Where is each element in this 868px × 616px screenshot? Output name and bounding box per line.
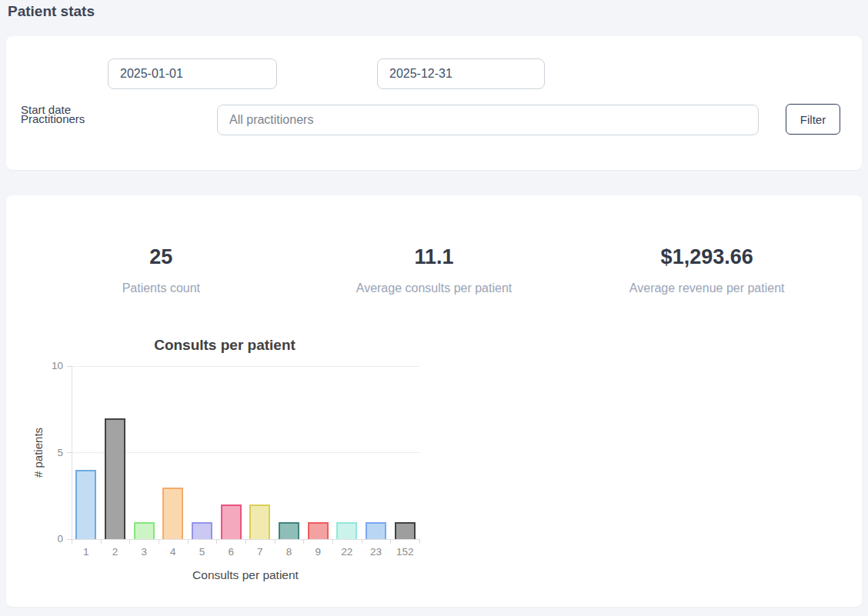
bar[interactable] [221,504,242,539]
x-axis-tick [101,539,102,544]
filter-button[interactable]: Filter [786,104,840,135]
stat-average-consults: 11.1 Average consults per patient [298,245,571,295]
x-axis-tick [216,539,217,544]
x-axis-tick [159,539,159,544]
y-tick-label: 0 [28,533,63,544]
bar[interactable] [105,418,125,540]
x-axis-tick [332,539,333,544]
x-tick-label: 4 [159,546,188,558]
stat-label: Average consults per patient [298,281,571,295]
y-axis-line [72,366,72,539]
stats-card: 25 Patients count 11.1 Average consults … [6,195,862,607]
bar[interactable] [395,522,416,540]
gridline [72,366,419,367]
bar[interactable] [366,522,386,540]
x-axis-tick [275,539,275,544]
stat-patients-count: 25 Patients count [25,245,298,295]
stat-average-revenue: $1,293.66 Average revenue per patient [570,245,843,295]
y-tick-label: 10 [28,360,63,371]
bar[interactable] [249,504,270,539]
practitioners-label: Practitioners [21,113,85,125]
bar[interactable] [336,522,357,540]
x-tick-label: 8 [275,546,304,558]
x-axis-tick [419,539,420,544]
x-tick-label: 22 [332,546,362,558]
x-tick-label: 7 [245,546,275,558]
bar[interactable] [162,488,183,540]
x-axis-label: Consults per patient [72,568,419,582]
x-axis-tick [303,539,304,544]
bar[interactable] [308,522,329,540]
y-tick-label: 5 [28,447,63,458]
x-tick-label: 152 [390,546,419,558]
stat-label: Patients count [25,281,298,295]
start-date-input[interactable] [108,58,277,89]
x-axis-tick [245,539,246,544]
bar[interactable] [75,470,96,539]
stat-value: 11.1 [298,245,571,269]
bar[interactable] [192,522,212,540]
x-axis-tick [390,539,391,544]
x-axis-tick [362,539,362,544]
x-tick-label: 1 [72,546,101,558]
practitioners-input[interactable] [217,105,759,135]
x-tick-label: 5 [188,546,217,558]
x-tick-label: 3 [129,546,159,558]
x-axis-tick [129,539,130,544]
x-tick-label: 6 [216,546,245,558]
page-title: Patient stats [8,3,95,20]
x-tick-label: 9 [303,546,332,558]
filter-card: Start date End date Practitioners Filter [6,36,862,170]
stat-label: Average revenue per patient [570,281,843,295]
consults-per-patient-chart: Consults per patient # patients Consults… [28,335,422,589]
x-axis-tick [72,539,72,544]
stat-value: 25 [25,245,298,269]
x-tick-label: 23 [362,546,391,558]
chart-title: Consults per patient [28,337,422,354]
end-date-input[interactable] [377,58,545,89]
x-tick-label: 2 [101,546,130,558]
stats-row: 25 Patients count 11.1 Average consults … [25,245,843,295]
bar[interactable] [134,522,155,540]
x-axis-tick [188,539,189,544]
bar[interactable] [279,522,299,540]
stat-value: $1,293.66 [570,245,843,269]
